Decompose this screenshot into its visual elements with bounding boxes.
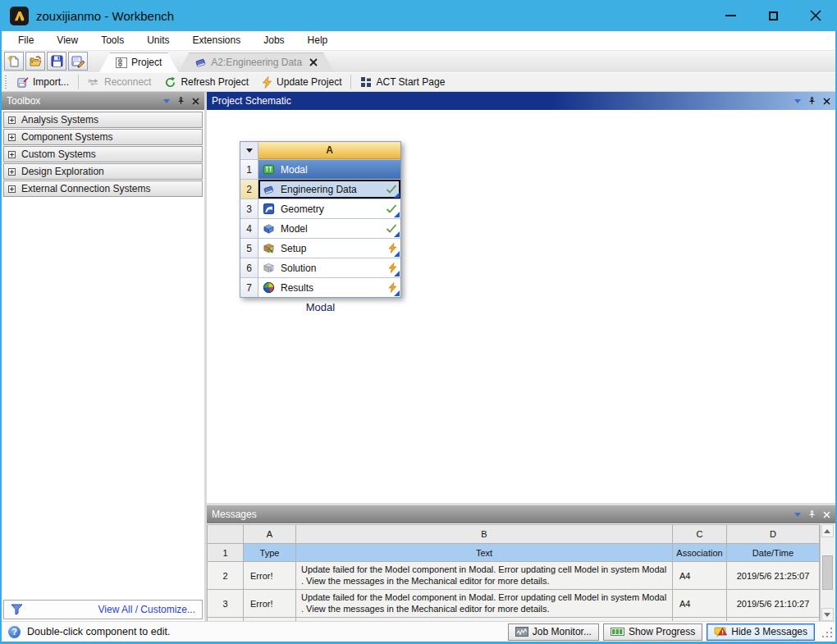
system-row-solution[interactable]: 6 Solution [240, 258, 400, 277]
system-caption[interactable]: Modal [240, 301, 401, 313]
close-button[interactable] [794, 0, 837, 31]
row-number: 3 [240, 199, 258, 218]
act-start-page-button[interactable]: ACT Start Page [354, 73, 451, 91]
expand-icon[interactable] [8, 116, 16, 124]
scroll-up-button[interactable] [821, 524, 834, 537]
update-lightning-icon [262, 76, 272, 89]
project-icon [116, 57, 127, 68]
messages-menu-icon[interactable] [794, 513, 801, 517]
scrollbar-track[interactable] [821, 537, 834, 608]
toolbox-item-label: Custom Systems [21, 148, 96, 160]
column-c-header[interactable]: C [673, 525, 727, 544]
message-row[interactable]: 2 Error! Update failed for the Model com… [208, 562, 820, 590]
toolbox-list: Analysis Systems Component Systems Custo… [2, 110, 204, 199]
system-row-model[interactable]: 4 Model [240, 218, 400, 238]
maximize-button[interactable] [752, 0, 794, 31]
filter-icon[interactable] [11, 604, 23, 615]
save-button[interactable] [47, 52, 66, 71]
messages-title: Messages [212, 509, 794, 520]
association-header[interactable]: Association [673, 544, 727, 562]
document-tabs: Project A2:Engineering Data [99, 53, 334, 72]
project-toolbar: Import... Reconnect Refresh Project Upda… [2, 72, 835, 92]
scrollbar-thumb[interactable] [822, 555, 833, 590]
toolbox-item-label: Component Systems [21, 131, 112, 143]
job-monitor-button[interactable]: Job Monitor... [508, 623, 599, 641]
menu-file[interactable]: File [7, 31, 45, 50]
messages-scrollbar[interactable] [820, 524, 834, 621]
minimize-icon [725, 15, 736, 16]
system-row-modal[interactable]: 1 Modal [240, 159, 400, 179]
save-as-button[interactable] [68, 52, 88, 71]
import-button[interactable]: Import... [10, 73, 75, 91]
toolbox-menu-icon[interactable] [163, 99, 170, 103]
schematic-close-icon[interactable] [823, 98, 830, 105]
menu-jobs[interactable]: Jobs [252, 31, 295, 50]
toolbox-close-icon[interactable] [192, 98, 199, 105]
system-dropdown-cell[interactable] [240, 142, 258, 159]
resize-grip[interactable] [822, 626, 832, 637]
cell-corner-indicator [394, 231, 400, 237]
toolbox-item-component-systems[interactable]: Component Systems [3, 129, 203, 145]
toolbox-item-analysis-systems[interactable]: Analysis Systems [3, 112, 203, 128]
main-area: Toolbox Analysis Systems Component Syste… [2, 92, 835, 621]
system-row-engineering-data[interactable]: 2 Engineering Data [240, 179, 400, 199]
hide-messages-button[interactable]: Hide 3 Messages [707, 623, 815, 641]
scroll-down-icon [824, 613, 830, 617]
menu-help[interactable]: Help [296, 31, 340, 50]
menu-units[interactable]: Units [135, 31, 181, 50]
reconnect-button[interactable]: Reconnect [81, 73, 158, 91]
refresh-project-button[interactable]: Refresh Project [158, 73, 255, 91]
system-row-setup[interactable]: 5 Setup [240, 238, 400, 258]
minimize-button[interactable] [709, 0, 752, 31]
toolbox-item-design-exploration[interactable]: Design Exploration [3, 163, 203, 180]
project-schematic-canvas[interactable]: A 1 Modal 2 [207, 110, 835, 503]
view-all-customize-link[interactable]: View All / Customize... [98, 604, 196, 615]
schematic-menu-icon[interactable] [794, 99, 801, 103]
toolbox-pin-icon[interactable] [177, 97, 185, 105]
tab-engineering-data[interactable]: A2:Engineering Data [178, 53, 334, 72]
right-pane: Project Schematic A 1 [207, 92, 835, 621]
act-start-page-label: ACT Start Page [376, 76, 445, 88]
system-column-header[interactable]: A [258, 142, 400, 159]
expand-icon[interactable] [8, 185, 16, 193]
message-row[interactable]: 3 Error! Update failed for the Model com… [208, 590, 820, 618]
tab-bar: Project A2:Engineering Data [2, 51, 835, 72]
open-project-button[interactable] [25, 52, 45, 71]
type-header[interactable]: Type [244, 544, 296, 562]
title-bar: zouxijianmo - Workbench [0, 0, 837, 31]
new-project-button[interactable] [4, 52, 24, 71]
cell-corner-indicator [394, 212, 400, 217]
messages-pin-icon[interactable] [808, 510, 816, 518]
toolbox-item-external-connection-systems[interactable]: External Connection Systems [3, 180, 203, 197]
column-b-header[interactable]: B [296, 525, 673, 544]
setup-icon [263, 242, 275, 254]
messages-close-icon[interactable] [823, 511, 830, 518]
menu-tools[interactable]: Tools [89, 31, 135, 50]
expand-icon[interactable] [8, 134, 16, 141]
expand-icon[interactable] [8, 151, 16, 158]
toolbox-item-custom-systems[interactable]: Custom Systems [3, 146, 203, 162]
tab-close-icon[interactable] [309, 58, 318, 66]
toolbar-grip[interactable] [5, 75, 7, 89]
show-progress-button[interactable]: Show Progress [603, 623, 702, 641]
refresh-icon [164, 76, 176, 89]
datetime-header[interactable]: Date/Time [727, 544, 820, 562]
menu-bar: File View Tools Units Extensions Jobs He… [2, 31, 835, 51]
toolbox-header: Toolbox [2, 92, 204, 110]
menu-extensions[interactable]: Extensions [181, 31, 253, 50]
toolbar-separator [78, 75, 79, 89]
messages-panel: Messages A B C D [207, 505, 835, 621]
menu-view[interactable]: View [45, 31, 89, 50]
update-project-button[interactable]: Update Project [255, 73, 348, 91]
progress-bar-icon [611, 628, 624, 636]
system-row-results[interactable]: 7 Results [240, 277, 400, 297]
expand-icon[interactable] [8, 168, 16, 176]
column-a-header[interactable]: A [244, 525, 296, 544]
tab-project[interactable]: Project [99, 53, 178, 72]
column-d-header[interactable]: D [727, 525, 820, 544]
system-row-geometry[interactable]: 3 Geometry [240, 199, 400, 218]
scroll-down-button[interactable] [821, 608, 834, 621]
text-header[interactable]: Text [296, 544, 673, 562]
row-number: 7 [240, 278, 258, 297]
schematic-pin-icon[interactable] [808, 97, 816, 105]
